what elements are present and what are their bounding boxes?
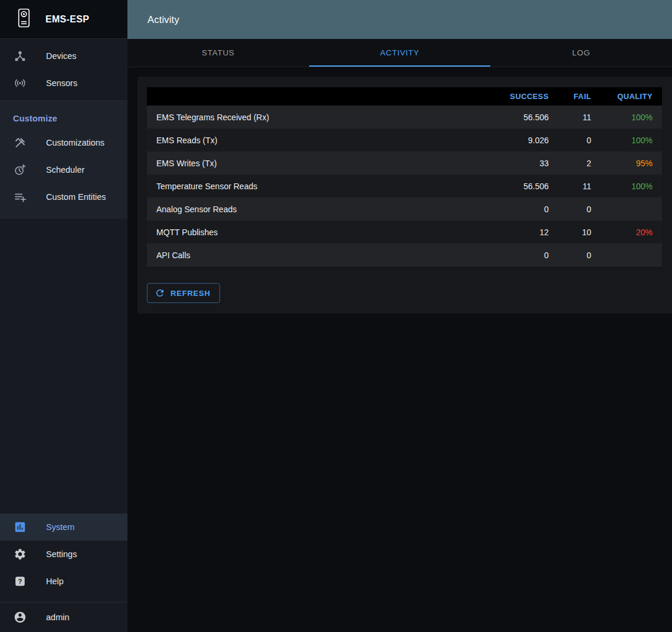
help-icon: ? <box>13 574 27 588</box>
clock-plus-icon <box>13 163 27 177</box>
row-fail: 11 <box>558 175 601 198</box>
customize-section: Customize Customizations Sched <box>0 101 127 219</box>
sidebar-item-label: Help <box>46 577 64 586</box>
sensors-icon <box>13 76 27 90</box>
row-quality: 100% <box>601 106 662 129</box>
boiler-logo-icon <box>17 8 31 30</box>
row-fail: 0 <box>558 243 601 266</box>
table-row: Analog Sensor Reads 0 0 <box>147 198 662 220</box>
row-quality <box>601 243 662 266</box>
sidebar-item-sensors[interactable]: Sensors <box>0 70 127 97</box>
sidebar-item-custom-entities[interactable]: Custom Entities <box>0 183 127 210</box>
row-success: 12 <box>493 220 558 243</box>
refresh-icon <box>155 288 165 298</box>
sidebar-item-label: System <box>46 522 74 532</box>
row-fail: 0 <box>558 129 601 152</box>
page-title: Activity <box>147 14 179 25</box>
tab-activity[interactable]: ACTIVITY <box>309 39 491 67</box>
row-success: 0 <box>493 198 558 220</box>
refresh-button[interactable]: REFRESH <box>147 283 220 303</box>
row-label: EMS Writes (Tx) <box>147 152 493 175</box>
svg-text:?: ? <box>18 578 22 585</box>
sidebar-item-devices[interactable]: Devices <box>0 42 127 70</box>
column-header-success: SUCCESS <box>493 87 558 106</box>
sidebar-user-label: admin <box>46 613 70 622</box>
row-fail: 10 <box>558 220 601 243</box>
row-label: EMS Telegrams Received (Rx) <box>147 106 493 129</box>
row-label: Temperature Sensor Reads <box>147 175 493 198</box>
row-success: 33 <box>493 152 558 175</box>
brand-header: EMS-ESP <box>0 0 127 39</box>
sidebar-item-system[interactable]: System <box>0 514 127 541</box>
sidebar-bottom-nav: System Settings ? Help <box>0 510 127 602</box>
sidebar-item-customizations[interactable]: Customizations <box>0 129 127 156</box>
activity-panel: SUCCESS FAIL QUALITY EMS Telegrams Recei… <box>137 77 672 314</box>
row-quality: 20% <box>601 220 662 243</box>
tab-bar: STATUS ACTIVITY LOG <box>127 39 672 67</box>
account-circle-icon <box>13 611 27 624</box>
row-label: EMS Reads (Tx) <box>147 129 493 152</box>
sidebar-item-scheduler[interactable]: Scheduler <box>0 156 127 183</box>
sidebar-spacer <box>0 219 127 510</box>
bar-chart-icon <box>13 520 27 534</box>
row-fail: 0 <box>558 198 601 220</box>
column-header-blank <box>147 87 493 106</box>
activity-table-body: EMS Telegrams Received (Rx) 56.506 11 10… <box>147 106 662 266</box>
tab-status[interactable]: STATUS <box>127 39 309 67</box>
device-hub-icon <box>13 49 27 63</box>
gear-icon <box>13 547 27 561</box>
tab-log[interactable]: LOG <box>490 39 672 67</box>
row-success: 56.506 <box>493 106 558 129</box>
sidebar-item-label: Customizations <box>46 138 104 147</box>
refresh-button-label: REFRESH <box>171 289 211 298</box>
sidebar-item-settings[interactable]: Settings <box>0 541 127 568</box>
column-header-fail: FAIL <box>558 87 601 106</box>
table-row: EMS Writes (Tx) 33 2 95% <box>147 152 662 175</box>
row-quality: 95% <box>601 152 662 175</box>
row-fail: 11 <box>558 106 601 129</box>
row-quality <box>601 198 662 220</box>
customize-section-header: Customize <box>0 107 127 129</box>
sidebar-user-admin[interactable]: admin <box>0 603 127 632</box>
table-row: API Calls 0 0 <box>147 243 662 266</box>
row-label: API Calls <box>147 243 493 266</box>
row-label: MQTT Publishes <box>147 220 493 243</box>
row-fail: 2 <box>558 152 601 175</box>
sidebar-item-label: Devices <box>46 51 77 61</box>
sidebar-main-nav: Devices Sensors <box>0 39 127 100</box>
playlist-add-icon <box>13 190 27 204</box>
app-bar: Activity <box>127 0 672 39</box>
brand-title: EMS-ESP <box>45 14 89 25</box>
sidebar: EMS-ESP Devices Sensors <box>0 0 127 632</box>
table-header-row: SUCCESS FAIL QUALITY <box>147 87 662 106</box>
activity-table: SUCCESS FAIL QUALITY EMS Telegrams Recei… <box>147 87 662 266</box>
row-quality: 100% <box>601 129 662 152</box>
sidebar-item-label: Sensors <box>46 78 77 88</box>
table-row: Temperature Sensor Reads 56.506 11 100% <box>147 175 662 198</box>
column-header-quality: QUALITY <box>601 87 662 106</box>
sidebar-item-label: Custom Entities <box>46 192 106 202</box>
construction-icon <box>13 136 27 150</box>
row-success: 56.506 <box>493 175 558 198</box>
sidebar-item-label: Scheduler <box>46 165 84 175</box>
sidebar-item-help[interactable]: ? Help <box>0 568 127 595</box>
row-label: Analog Sensor Reads <box>147 198 493 220</box>
row-success: 9.026 <box>493 129 558 152</box>
table-row: EMS Telegrams Received (Rx) 56.506 11 10… <box>147 106 662 129</box>
row-quality: 100% <box>601 175 662 198</box>
table-row: MQTT Publishes 12 10 20% <box>147 220 662 243</box>
table-row: EMS Reads (Tx) 9.026 0 100% <box>147 129 662 152</box>
row-success: 0 <box>493 243 558 266</box>
sidebar-item-label: Settings <box>46 549 77 559</box>
